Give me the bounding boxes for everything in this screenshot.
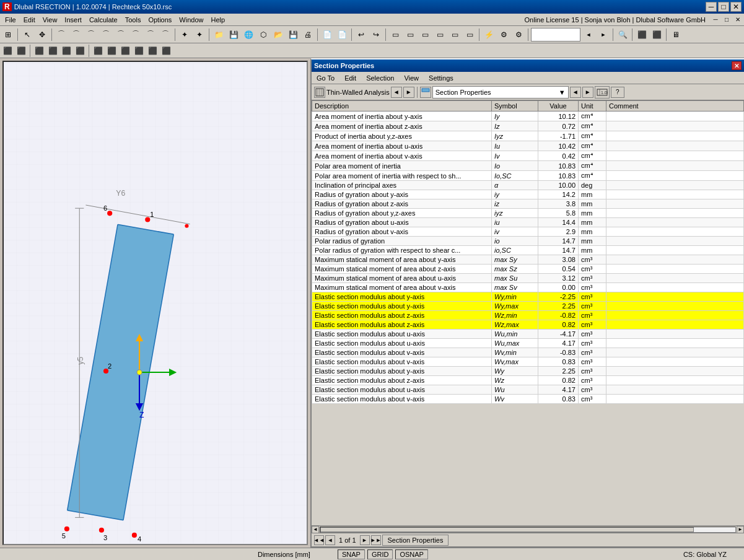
tb-nav-prev[interactable]: ◄ xyxy=(582,28,595,42)
menu-item-options[interactable]: Options xyxy=(144,15,175,25)
tb2-icon11[interactable]: ⬛ xyxy=(146,45,159,57)
tb-open-icon[interactable]: 📁 xyxy=(212,28,225,42)
table-container[interactable]: Description Symbol Value Unit Comment Ar… xyxy=(312,100,744,525)
top-right-btn2[interactable]: □ xyxy=(722,15,732,25)
help-btn[interactable]: ? xyxy=(611,87,624,98)
tb-doc-icon[interactable]: 📄 xyxy=(320,28,334,42)
tb2-icon10[interactable]: ⬛ xyxy=(133,45,145,57)
toolbar-input[interactable] xyxy=(531,28,580,42)
tb-screen-icon[interactable]: 🖥 xyxy=(669,28,683,42)
tb-calc2-icon[interactable]: ⚙ xyxy=(497,28,510,42)
tb2-icon3[interactable]: ⬛ xyxy=(33,45,45,57)
tb-node-icon[interactable]: ⬡ xyxy=(256,28,270,42)
tb-view6-icon[interactable]: ▭ xyxy=(463,28,476,42)
nav-prev-btn[interactable]: ◄ xyxy=(391,87,402,98)
scroll-left-btn[interactable]: ◄ xyxy=(312,526,319,533)
section-dropdown[interactable]: Section Properties ▼ xyxy=(432,86,569,98)
scroll-right-btn[interactable]: ► xyxy=(737,526,744,533)
tb-view2-icon[interactable]: ▭ xyxy=(403,28,417,42)
tb-curve5-icon[interactable]: ⌒ xyxy=(114,28,128,42)
tb-extra1-icon[interactable]: ⬛ xyxy=(635,28,649,42)
nav-next-btn[interactable]: ► xyxy=(403,87,414,98)
page-label-btn[interactable]: Section Properties xyxy=(382,535,449,546)
cell-comment xyxy=(606,255,744,265)
nav-first-btn[interactable]: ◄◄ xyxy=(314,535,324,545)
section-nav-prev[interactable]: ◄ xyxy=(570,87,581,98)
tb2-icon9[interactable]: ⬛ xyxy=(119,45,131,57)
panel-menu-edit[interactable]: Edit xyxy=(339,73,361,83)
tb-open2-icon[interactable]: 📂 xyxy=(271,28,285,42)
tb2-icon2[interactable]: ⬛ xyxy=(15,45,27,57)
tb2-icon6[interactable]: ⬛ xyxy=(74,45,86,57)
tb-star2-icon[interactable]: ✦ xyxy=(193,28,206,42)
tb-calc3-icon[interactable]: ⚙ xyxy=(512,28,525,42)
tb-nav-next[interactable]: ► xyxy=(597,28,610,42)
snap-btn[interactable]: SNAP xyxy=(338,549,365,559)
svg-text:1: 1 xyxy=(150,211,154,218)
tb-curve2-icon[interactable]: ⌒ xyxy=(69,28,83,42)
panel-menu-view[interactable]: View xyxy=(399,73,424,83)
tb-grid-icon[interactable]: ⊞ xyxy=(1,28,15,42)
tb-curve1-icon[interactable]: ⌒ xyxy=(55,28,68,42)
nav-last-btn[interactable]: ►► xyxy=(371,535,381,545)
panel-close-button[interactable]: ✕ xyxy=(732,61,742,70)
grid-btn[interactable]: GRID xyxy=(367,549,393,559)
tb2-icon5[interactable]: ⬛ xyxy=(60,45,72,57)
maximize-button[interactable]: □ xyxy=(718,2,729,12)
menu-item-tools[interactable]: Tools xyxy=(121,15,145,25)
tb-print-icon[interactable]: 🖨 xyxy=(301,28,315,42)
tb-globe-icon[interactable]: 🌐 xyxy=(242,28,255,42)
tb-move-icon[interactable]: ✥ xyxy=(35,28,49,42)
tb-view4-icon[interactable]: ▭ xyxy=(433,28,447,42)
menu-item-calculate[interactable]: Calculate xyxy=(85,15,121,25)
close-button[interactable]: ✕ xyxy=(730,2,742,12)
tb-view5-icon[interactable]: ▭ xyxy=(448,28,462,42)
tb2-icon7[interactable]: ⬛ xyxy=(92,45,104,57)
tb-view3-icon[interactable]: ▭ xyxy=(418,28,432,42)
tb-search-icon[interactable]: 🔍 xyxy=(616,28,629,42)
table-row: Elastic section modulus about u-axisWu,m… xyxy=(312,339,744,348)
tb-select-icon[interactable]: ↖ xyxy=(20,28,34,42)
tb-curve8-icon[interactable]: ⌒ xyxy=(159,28,172,42)
tb2-icon1[interactable]: ⬛ xyxy=(1,45,14,57)
top-right-btn3[interactable]: ✕ xyxy=(733,15,743,25)
tb-star-icon[interactable]: ✦ xyxy=(178,28,191,42)
horizontal-scrollbar[interactable]: ◄ ► xyxy=(312,525,744,533)
tb-calc1-icon[interactable]: ⚡ xyxy=(482,28,496,42)
tb-view1-icon[interactable]: ▭ xyxy=(388,28,402,42)
table-row: Polar radius of gyrationio14.7mm xyxy=(312,237,744,246)
tb-curve4-icon[interactable]: ⌒ xyxy=(99,28,113,42)
section-nav-icon[interactable]: 1.00 xyxy=(595,86,610,98)
menu-item-window[interactable]: Window xyxy=(175,15,207,25)
menu-item-insert[interactable]: Insert xyxy=(61,15,85,25)
menu-item-edit[interactable]: Edit xyxy=(20,15,39,25)
canvas-area: y5 Y6 6 1 xyxy=(2,61,308,545)
top-right-btn1[interactable]: ─ xyxy=(711,15,720,25)
section-nav-next[interactable]: ► xyxy=(582,87,593,98)
tb-doc2-icon[interactable]: 📄 xyxy=(335,28,349,42)
menu-item-file[interactable]: File xyxy=(1,15,20,25)
menu-item-help[interactable]: Help xyxy=(207,15,229,25)
panel-menu-goto[interactable]: Go To xyxy=(312,73,339,83)
tb-undo-icon[interactable]: ↩ xyxy=(354,28,368,42)
nav-next-page-btn[interactable]: ► xyxy=(360,535,370,545)
svg-point-20 xyxy=(132,533,137,538)
tb-curve3-icon[interactable]: ⌒ xyxy=(84,28,98,42)
tb-redo-icon[interactable]: ↪ xyxy=(369,28,383,42)
cell-unit: cm⁴ xyxy=(579,112,606,121)
panel-menu-selection[interactable]: Selection xyxy=(361,73,399,83)
menu-item-view[interactable]: View xyxy=(39,15,61,25)
nav-prev-page-btn[interactable]: ◄ xyxy=(325,535,335,545)
osnap-btn[interactable]: OSNAP xyxy=(395,549,428,559)
tb-save2-icon[interactable]: 💾 xyxy=(286,28,300,42)
tb-extra2-icon[interactable]: ⬛ xyxy=(650,28,663,42)
panel-menu-settings[interactable]: Settings xyxy=(424,73,458,83)
tb-curve6-icon[interactable]: ⌒ xyxy=(129,28,142,42)
tb-save-icon[interactable]: 💾 xyxy=(227,28,240,42)
tb2-icon4[interactable]: ⬛ xyxy=(46,45,59,57)
tb2-icon12[interactable]: ⬛ xyxy=(160,45,172,57)
minimize-button[interactable]: ─ xyxy=(706,2,717,12)
tb2-icon8[interactable]: ⬛ xyxy=(105,45,118,57)
tb-curve7-icon[interactable]: ⌒ xyxy=(144,28,157,42)
scroll-thumb[interactable] xyxy=(320,527,694,532)
